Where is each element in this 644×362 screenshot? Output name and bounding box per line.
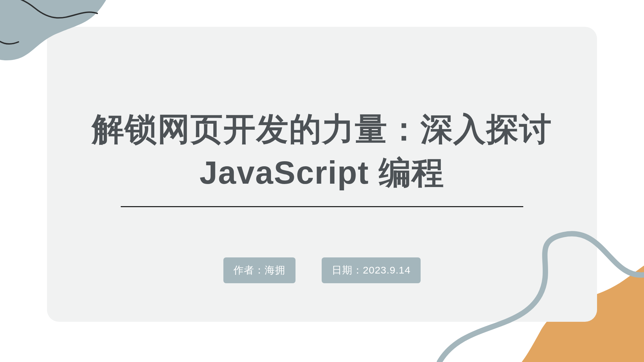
date-badge: 日期：2023.9.14 [322, 257, 421, 283]
slide-title: 解锁网页开发的力量：深入探讨 JavaScript 编程 [67, 107, 577, 194]
author-badge: 作者：海拥 [223, 257, 296, 283]
title-underline [121, 206, 523, 207]
slide-card: 解锁网页开发的力量：深入探讨 JavaScript 编程 作者：海拥 日期：20… [47, 27, 597, 322]
meta-badges: 作者：海拥 日期：2023.9.14 [47, 257, 597, 283]
